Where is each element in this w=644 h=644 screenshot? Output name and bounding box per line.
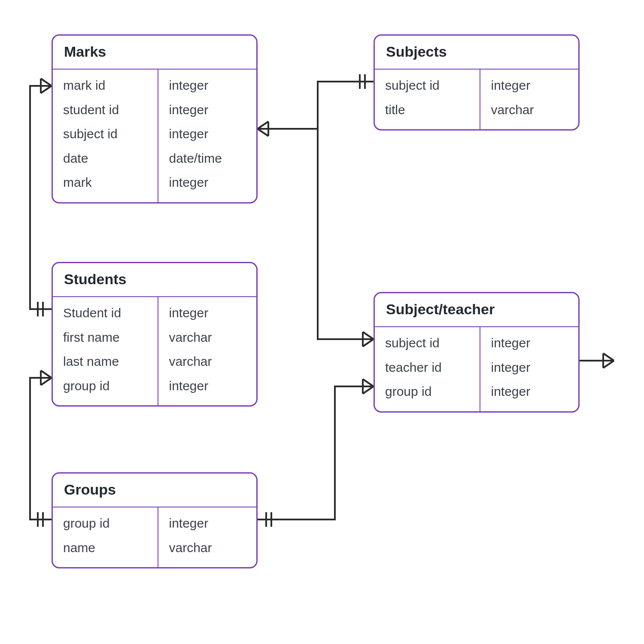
field-name: date — [63, 149, 149, 169]
field-type: varchar — [169, 328, 248, 348]
field-type: integer — [169, 124, 248, 144]
field-type: date/time — [169, 149, 248, 169]
field-type: integer — [169, 376, 248, 396]
field-name: group id — [385, 382, 471, 402]
field-type: integer — [491, 333, 570, 353]
field-name: subject id — [63, 124, 149, 144]
svg-line-1 — [41, 86, 52, 93]
svg-line-11 — [363, 339, 374, 346]
entity-title: Students — [53, 263, 256, 297]
entity-subjects: Subjects subject id title integer varcha… — [374, 34, 580, 131]
field-type: integer — [169, 513, 248, 534]
field-type: varchar — [169, 352, 248, 372]
entity-title: Subject/teacher — [375, 293, 578, 327]
svg-line-21 — [363, 386, 374, 394]
svg-line-23 — [603, 353, 614, 361]
field-name: mark id — [63, 76, 149, 96]
field-type: varchar — [169, 538, 248, 558]
field-name: first name — [63, 328, 149, 348]
svg-line-24 — [603, 361, 614, 368]
svg-line-20 — [363, 379, 374, 386]
entity-title: Groups — [53, 474, 256, 507]
field-type: integer — [491, 358, 570, 378]
field-name: title — [385, 100, 471, 120]
field-name: teacher id — [385, 358, 471, 378]
entity-groups: Groups group id name integer varchar — [52, 472, 258, 568]
field-name: student id — [63, 100, 149, 120]
svg-line-10 — [363, 332, 374, 339]
svg-line-8 — [258, 129, 268, 136]
svg-line-7 — [258, 122, 268, 129]
svg-line-15 — [41, 371, 52, 378]
field-name: group id — [63, 513, 149, 534]
field-name: subject id — [385, 76, 471, 96]
field-type: integer — [169, 100, 248, 120]
field-type: integer — [169, 303, 248, 323]
field-type: integer — [491, 382, 570, 402]
entity-students: Students Student id first name last name… — [52, 262, 258, 407]
svg-line-16 — [41, 378, 52, 385]
field-name: name — [63, 538, 149, 558]
entity-title: Marks — [53, 36, 256, 70]
field-name: mark — [63, 173, 149, 193]
field-name: subject id — [385, 333, 471, 353]
field-type: integer — [169, 76, 248, 96]
field-name: last name — [63, 352, 149, 372]
entity-marks: Marks mark id student id subject id date… — [52, 34, 258, 204]
svg-line-0 — [41, 79, 52, 86]
field-type: integer — [169, 173, 248, 193]
entity-subject-teacher: Subject/teacher subject id teacher id gr… — [374, 292, 580, 413]
entity-title: Subjects — [375, 36, 578, 70]
field-type: varchar — [491, 100, 570, 120]
field-type: integer — [491, 76, 570, 96]
field-name: Student id — [63, 303, 149, 323]
field-name: group id — [63, 376, 149, 396]
